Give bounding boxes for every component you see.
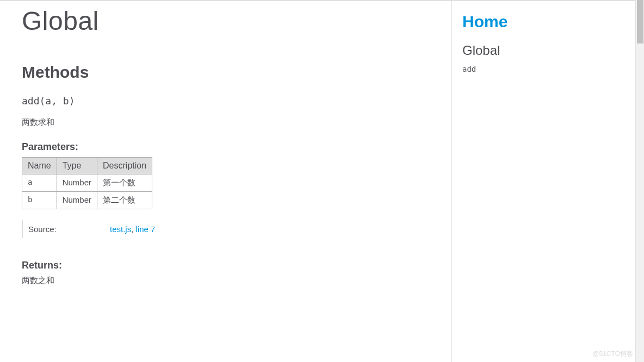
- parameters-table: Name Type Description a Number 第一个数 b Nu…: [22, 157, 152, 209]
- param-desc: 第一个数: [97, 174, 152, 192]
- source-separator: ,: [131, 224, 135, 234]
- returns-description: 两数之和: [22, 276, 429, 286]
- source-file-link[interactable]: test.js: [110, 224, 131, 234]
- table-row: a Number 第一个数: [22, 174, 152, 192]
- methods-heading: Methods: [22, 63, 429, 82]
- param-name: a: [22, 174, 57, 192]
- param-desc: 第二个数: [97, 192, 152, 209]
- source-value: test.js, line 7: [110, 224, 155, 234]
- page-title: Global: [22, 6, 429, 36]
- main-content: Global Methods add(a, b) 两数求和 Parameters…: [0, 1, 451, 362]
- source-details: Source: test.js, line 7: [22, 220, 429, 238]
- nav-home-link[interactable]: Home: [462, 1, 633, 35]
- watermark: @51CTO博客: [592, 349, 633, 359]
- sidebar-nav: Home Global add: [451, 1, 644, 362]
- source-label: Source:: [28, 224, 110, 234]
- table-row: b Number 第二个数: [22, 192, 152, 209]
- param-header-type: Type: [57, 158, 97, 174]
- param-header-name: Name: [22, 158, 57, 174]
- returns-heading: Returns:: [22, 260, 429, 271]
- nav-item-add[interactable]: add: [462, 61, 633, 77]
- source-line-link[interactable]: line 7: [136, 224, 156, 234]
- parameters-heading: Parameters:: [22, 141, 429, 153]
- param-header-desc: Description: [97, 158, 152, 174]
- param-type: Number: [57, 192, 97, 209]
- scrollbar-thumb[interactable]: [637, 0, 643, 43]
- scrollbar[interactable]: [635, 0, 644, 362]
- param-name: b: [22, 192, 57, 209]
- method-signature: add(a, b): [22, 95, 429, 107]
- method-description: 两数求和: [22, 117, 429, 128]
- nav-global-heading: Global: [462, 35, 633, 61]
- param-type: Number: [57, 174, 97, 192]
